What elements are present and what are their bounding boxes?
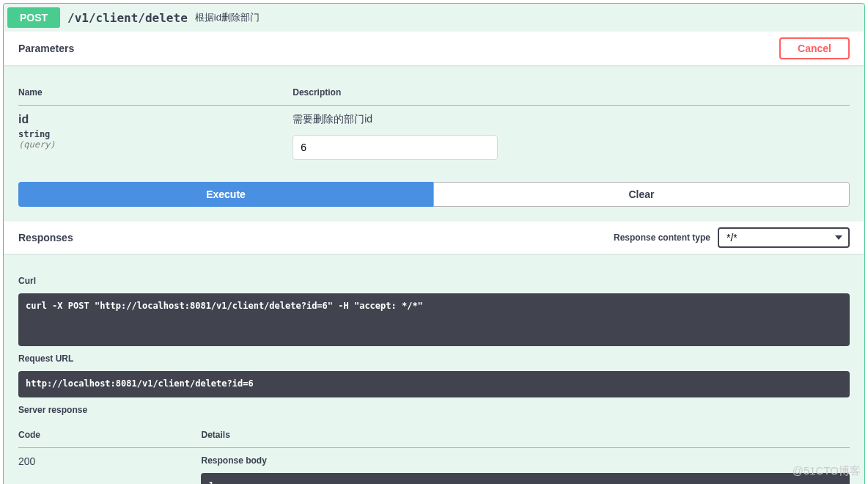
param-description: 需要删除的部门id [293,113,850,126]
param-in: (query) [18,139,293,150]
server-response-label: Server response [18,405,850,415]
col-header-details: Details [201,422,850,448]
responses-header: Responses Response content type */* [4,221,864,254]
button-row: Execute Clear [4,182,864,221]
content-type-select-wrap: */* [718,227,850,248]
operation-summary-text: 根据id删除部门 [195,11,260,24]
method-badge: POST [7,7,60,28]
request-url-block: http://localhost:8081/v1/client/delete?i… [18,371,850,397]
request-url-label: Request URL [18,353,850,364]
response-code: 200 [18,448,201,485]
content-type-label: Response content type [614,232,710,243]
param-type: string [18,126,293,139]
cancel-button[interactable]: Cancel [779,37,850,59]
table-row: id string (query) 需要删除的部门id [18,106,850,168]
param-name: id [18,113,293,126]
response-body-label: Response body [201,455,850,466]
execute-button[interactable]: Execute [18,182,433,207]
response-body-block: 1 [201,473,850,484]
content-type-row: Response content type */* [614,227,850,248]
responses-inner: Curl curl -X POST "http://localhost:8081… [4,254,864,484]
col-header-code: Code [18,422,201,448]
response-table: Code Details 200 Response body 1 [18,422,850,484]
curl-block: curl -X POST "http://localhost:8081/v1/c… [18,293,850,346]
table-row: 200 Response body 1 [18,448,850,485]
operation-path: /v1/client/delete [60,11,195,25]
param-value-input[interactable] [293,135,498,160]
operation-summary[interactable]: POST /v1/client/delete 根据id删除部门 [4,4,864,32]
col-header-description: Description [293,80,850,106]
clear-button[interactable]: Clear [433,182,850,207]
content-type-select[interactable]: */* [718,227,850,248]
operation-block: POST /v1/client/delete 根据id删除部门 Paramete… [3,3,865,484]
parameters-title: Parameters [18,43,74,54]
watermark: @51CTO博客 [792,464,861,478]
parameters-header: Parameters Cancel [4,32,864,65]
parameters-table: Name Description id string (query) 需要删除的… [4,65,864,182]
col-header-name: Name [18,80,293,106]
curl-label: Curl [18,276,850,286]
responses-title: Responses [18,232,73,243]
